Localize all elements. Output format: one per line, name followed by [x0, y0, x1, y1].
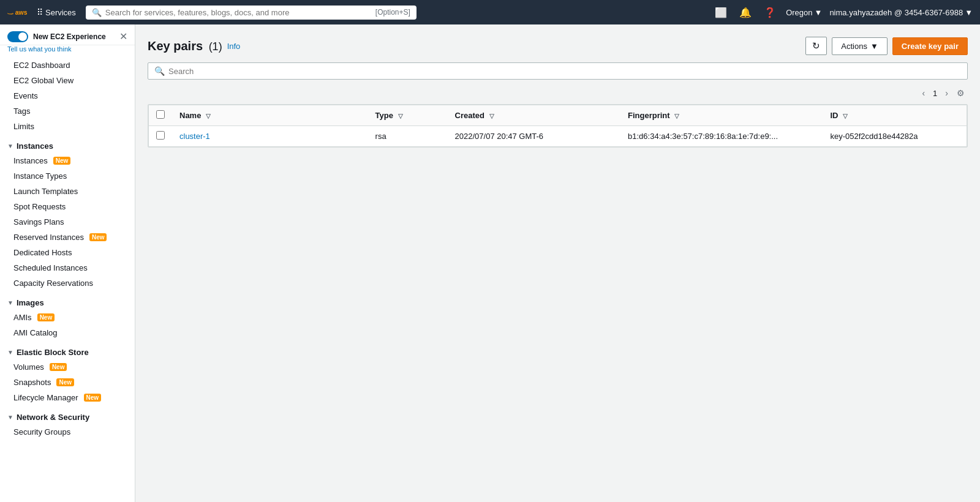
- new-experience-toggle[interactable]: [7, 31, 28, 42]
- sidebar-item-volumes[interactable]: Volumes New: [0, 359, 135, 375]
- top-navigation: aws ⠿ Services 🔍 [Option+S] ⬜ 🔔 ❓ Oregon…: [0, 0, 980, 24]
- ebs-section-header[interactable]: ▼ Elastic Block Store: [0, 340, 135, 359]
- fingerprint-sort-icon: ▽: [674, 113, 679, 119]
- sidebar-item-scheduled-instances[interactable]: Scheduled Instances: [0, 260, 135, 275]
- name-sort-icon: ▽: [206, 113, 211, 119]
- select-all-checkbox[interactable]: [156, 110, 165, 119]
- info-link[interactable]: Info: [227, 42, 241, 51]
- images-chevron-icon: ▼: [7, 299, 13, 306]
- question-icon: ❓: [764, 7, 776, 18]
- sidebar-item-security-groups[interactable]: Security Groups: [0, 424, 135, 440]
- bell-icon: 🔔: [739, 7, 752, 18]
- region-selector[interactable]: Oregon ▼: [786, 8, 822, 17]
- key-pair-name-link[interactable]: cluster-1: [179, 132, 210, 141]
- sidebar-item-lifecycle-manager[interactable]: Lifecycle Manager New: [0, 390, 135, 405]
- table-search-bar: 🔍: [148, 62, 968, 80]
- notifications-button[interactable]: 🔔: [737, 4, 754, 21]
- network-section-label: Network & Security: [17, 413, 89, 422]
- refresh-icon: ↻: [812, 40, 820, 51]
- instances-section-header[interactable]: ▼ Instances: [0, 134, 135, 153]
- table-search-input[interactable]: [168, 67, 961, 76]
- search-icon: 🔍: [154, 66, 165, 76]
- page-header: Key pairs (1) Info ↻ Actions ▼ Create ke…: [148, 37, 968, 55]
- created-column-header[interactable]: Created ▽: [448, 105, 620, 126]
- sidebar: New EC2 Experience ✕ Tell us what you th…: [0, 24, 135, 502]
- network-chevron-icon: ▼: [7, 414, 13, 421]
- ebs-section-label: Elastic Block Store: [17, 348, 89, 357]
- images-section-header[interactable]: ▼ Images: [0, 291, 135, 310]
- name-column-header[interactable]: Name ▽: [172, 105, 368, 126]
- global-search-input[interactable]: [105, 8, 372, 17]
- page-title: Key pairs (1): [148, 39, 222, 53]
- row-name-cell: cluster-1: [172, 126, 368, 147]
- refresh-button[interactable]: ↻: [805, 37, 827, 55]
- actions-label: Actions: [841, 42, 867, 51]
- key-pairs-table: Name ▽ Type ▽ Created ▽ Fingerprint: [148, 105, 967, 147]
- grid-icon: ⠿: [37, 7, 43, 17]
- table-body: cluster-1 rsa 2022/07/07 20:47 GMT-6 b1:…: [149, 126, 967, 147]
- sidebar-item-savings-plans[interactable]: Savings Plans: [0, 214, 135, 230]
- sidebar-item-instance-types[interactable]: Instance Types: [0, 168, 135, 184]
- page-title-row: Key pairs (1) Info: [148, 39, 240, 53]
- sidebar-item-ec2-dashboard[interactable]: EC2 Dashboard: [0, 58, 135, 73]
- id-sort-icon: ▽: [843, 113, 848, 119]
- page-count: (1): [209, 40, 222, 53]
- services-label: Services: [45, 8, 76, 17]
- search-icon: 🔍: [92, 8, 102, 17]
- table-header: Name ▽ Type ▽ Created ▽ Fingerprint: [149, 105, 967, 126]
- sidebar-item-ami-catalog[interactable]: AMI Catalog: [0, 325, 135, 340]
- sidebar-item-spot-requests[interactable]: Spot Requests: [0, 199, 135, 214]
- sidebar-item-amis[interactable]: AMIs New: [0, 310, 135, 325]
- next-page-button[interactable]: ›: [942, 87, 951, 99]
- row-checkbox[interactable]: [156, 131, 165, 140]
- main-content: Key pairs (1) Info ↻ Actions ▼ Create ke…: [135, 24, 980, 502]
- svg-text:aws: aws: [15, 9, 27, 16]
- nav-right: ⬜ 🔔 ❓ Oregon ▼ nima.yahyazadeh @ 3454-63…: [712, 4, 973, 21]
- row-fingerprint-cell: b1:d6:34:a4:3e:57:c7:89:16:8a:1e:7d:e9:.…: [620, 126, 823, 147]
- create-key-pair-button[interactable]: Create key pair: [892, 37, 968, 55]
- sidebar-top-links: EC2 Dashboard EC2 Global View Events Tag…: [0, 58, 135, 134]
- sidebar-item-launch-templates[interactable]: Launch Templates: [0, 184, 135, 199]
- main-layout: New EC2 Experience ✕ Tell us what you th…: [0, 24, 980, 502]
- support-button[interactable]: ❓: [761, 4, 778, 21]
- services-button[interactable]: ⠿ Services: [33, 5, 80, 20]
- prev-page-button[interactable]: ‹: [919, 87, 928, 99]
- actions-button[interactable]: Actions ▼: [832, 37, 888, 55]
- user-chevron-icon: ▼: [965, 8, 973, 17]
- region-chevron-icon: ▼: [815, 8, 823, 17]
- sidebar-close-button[interactable]: ✕: [119, 31, 127, 42]
- region-label: Oregon: [786, 8, 812, 17]
- sidebar-item-reserved-instances[interactable]: Reserved Instances New: [0, 230, 135, 245]
- toggle-label: New EC2 Experience: [33, 32, 106, 41]
- table-row: cluster-1 rsa 2022/07/07 20:47 GMT-6 b1:…: [149, 126, 967, 147]
- type-column-header[interactable]: Type ▽: [368, 105, 448, 126]
- cloudshell-icon-button[interactable]: ⬜: [712, 4, 729, 21]
- search-shortcut: [Option+S]: [375, 8, 410, 17]
- sidebar-item-events[interactable]: Events: [0, 88, 135, 103]
- header-actions: ↻ Actions ▼ Create key pair: [805, 37, 968, 55]
- id-column-header[interactable]: ID ▽: [823, 105, 967, 126]
- toggle-subtitle[interactable]: Tell us what you think: [0, 45, 135, 58]
- toggle-inner: New EC2 Experience: [7, 31, 106, 42]
- created-sort-icon: ▽: [489, 113, 494, 119]
- sidebar-item-dedicated-hosts[interactable]: Dedicated Hosts: [0, 245, 135, 260]
- aws-logo[interactable]: aws: [7, 6, 27, 18]
- user-menu[interactable]: nima.yahyazadeh @ 3454-6367-6988 ▼: [829, 8, 973, 17]
- table-settings-button[interactable]: ⚙: [954, 87, 968, 99]
- row-id-cell: key-052f2cdd18e44282a: [823, 126, 967, 147]
- actions-chevron-icon: ▼: [870, 42, 878, 51]
- sidebar-item-tags[interactable]: Tags: [0, 103, 135, 119]
- sidebar-item-snapshots[interactable]: Snapshots New: [0, 375, 135, 390]
- row-type-cell: rsa: [368, 126, 448, 147]
- fingerprint-column-header[interactable]: Fingerprint ▽: [620, 105, 823, 126]
- sidebar-item-limits[interactable]: Limits: [0, 119, 135, 134]
- user-label: nima.yahyazadeh @ 3454-6367-6988: [829, 8, 963, 17]
- network-section-header[interactable]: ▼ Network & Security: [0, 405, 135, 424]
- sidebar-item-ec2-global-view[interactable]: EC2 Global View: [0, 73, 135, 88]
- images-section-label: Images: [17, 298, 44, 307]
- sidebar-item-instances[interactable]: Instances New: [0, 153, 135, 168]
- page-number: 1: [930, 89, 940, 98]
- sidebar-item-capacity-reservations[interactable]: Capacity Reservations: [0, 275, 135, 291]
- terminal-icon: ⬜: [715, 7, 727, 18]
- row-checkbox-cell: [149, 126, 173, 147]
